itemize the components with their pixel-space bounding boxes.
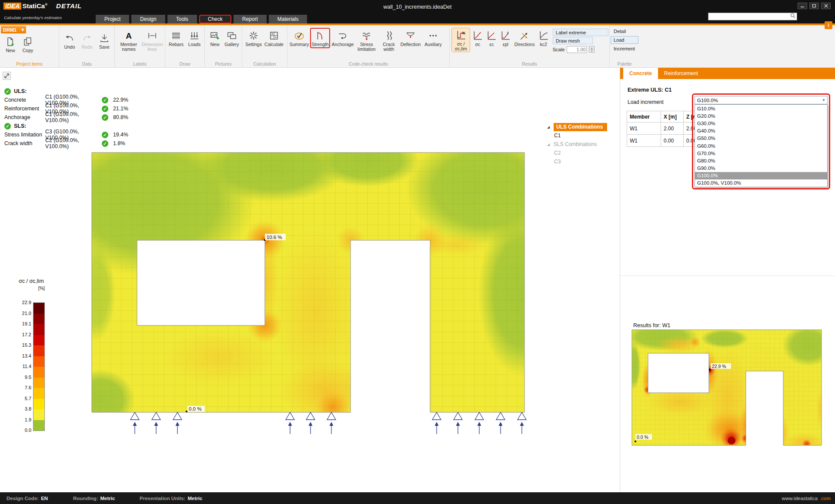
auxiliary-dots-icon xyxy=(428,29,439,42)
chevron-down-icon: ▾ xyxy=(21,27,24,33)
copy-button[interactable]: Copy xyxy=(19,34,37,54)
tree-item-c3[interactable]: C3 xyxy=(547,157,620,166)
extreme-uls-label: Extreme ULS: C1 xyxy=(628,87,671,93)
summary-check-icon xyxy=(294,29,305,42)
settings-button[interactable]: Settings xyxy=(244,28,263,48)
new-picture-button[interactable]: New xyxy=(207,28,223,48)
drm-selector[interactable]: DRM1▾ xyxy=(1,26,26,33)
sigma-ratio-icon: % xyxy=(455,29,467,42)
copy-icon xyxy=(23,35,33,48)
crack-width-button[interactable]: Crack width xyxy=(379,28,399,53)
check-ok-icon xyxy=(102,106,108,112)
units-status: Presentation Units: Metric xyxy=(140,492,202,504)
dropdown-option[interactable]: G50.0% xyxy=(695,135,827,142)
max-value-label: 10.6 % xyxy=(267,235,282,240)
dropdown-option[interactable]: G100.0%, V100.0% xyxy=(695,179,827,187)
website-link[interactable]: www.ideastatica.com xyxy=(782,492,831,504)
tree-item-sls-combinations[interactable]: ◢ SLS Combinations xyxy=(547,140,620,149)
summary-row-crack-width: Crack width C2 (G100.0%, V100.0%) 1.8% xyxy=(4,139,128,148)
app-logo: IDEA StatiCa® DETAIL xyxy=(3,2,82,10)
tab-project[interactable]: Project xyxy=(96,15,129,23)
sigma-ratio-button[interactable]: % σc / σc,lim xyxy=(451,28,470,52)
dropdown-option[interactable]: G40.0% xyxy=(695,127,827,135)
save-button[interactable]: Save xyxy=(96,30,113,51)
search-icon[interactable] xyxy=(790,13,797,20)
svg-text:!: ! xyxy=(508,30,509,35)
new-project-item-button[interactable]: New xyxy=(2,34,19,54)
results-panel: Concrete Reinforcement Extreme ULS: C1 L… xyxy=(620,68,835,492)
palette-detail-button[interactable]: Detail xyxy=(611,27,638,35)
load-increment-combobox[interactable]: G100.0% ▼ xyxy=(695,96,828,104)
palette-increment-button[interactable]: Increment xyxy=(611,45,638,53)
deflection-button[interactable]: Deflection xyxy=(400,28,421,48)
redo-button[interactable]: Redo xyxy=(78,30,96,51)
kc2-button[interactable]: kc2 xyxy=(537,28,550,48)
dropdown-option[interactable]: G10.0% xyxy=(695,105,827,112)
member-names-button[interactable]: A Member names xyxy=(117,28,141,53)
tree-item-c1[interactable]: C1 xyxy=(547,131,620,140)
close-button[interactable] xyxy=(821,3,831,9)
tab-report[interactable]: Report xyxy=(234,15,267,23)
auxiliary-button[interactable]: Auxiliary xyxy=(422,28,444,48)
tree-item-uls-combinations[interactable]: ◢ ULS Combinations xyxy=(547,123,620,131)
label-extreme-toggle[interactable]: Label extreme xyxy=(553,29,608,36)
minimize-button[interactable] xyxy=(798,3,807,9)
tree-item-c2[interactable]: C2 xyxy=(547,149,620,157)
expander-icon[interactable]: ◢ xyxy=(547,143,554,146)
scale-input[interactable] xyxy=(567,46,587,53)
tab-materials[interactable]: Materials xyxy=(269,15,307,23)
chevron-down-icon: ▼ xyxy=(820,98,827,102)
dropdown-option[interactable]: G30.0% xyxy=(695,119,827,127)
legend-unit: [%] xyxy=(32,285,45,291)
undo-icon xyxy=(64,32,75,45)
dropdown-option[interactable]: G60.0% xyxy=(695,142,827,149)
dimension-lines-button[interactable]: Dimension lines xyxy=(141,28,164,53)
deflection-icon xyxy=(405,29,416,42)
ribbon-group-calculation: Settings Calculate Calculation xyxy=(242,25,287,67)
palette-load-button[interactable]: Load xyxy=(611,36,638,44)
undo-button[interactable]: Undo xyxy=(61,30,78,51)
dropdown-option[interactable]: G70.0% xyxy=(695,149,827,157)
stress-contour-plot: 10.6 % 0.0 % xyxy=(89,150,528,438)
summary-button[interactable]: Summary xyxy=(289,28,309,48)
idea-logo: IDEA xyxy=(3,3,21,10)
maximize-button[interactable] xyxy=(809,3,819,9)
tab-check[interactable]: Check xyxy=(199,15,231,23)
eps-pl-button[interactable]: ! εpl xyxy=(499,28,512,48)
collapse-panel-button[interactable] xyxy=(3,72,11,80)
tab-reinforcement[interactable]: Reinforcement xyxy=(658,68,704,79)
new-picture-icon xyxy=(210,29,220,42)
svg-text:A: A xyxy=(126,31,132,40)
panel-divider xyxy=(620,275,835,276)
eps-c-icon xyxy=(486,29,497,42)
sigma-c-button[interactable]: σc xyxy=(471,28,484,48)
eps-c-button[interactable]: εc xyxy=(485,28,498,48)
calculate-button[interactable]: Calculate xyxy=(263,28,285,48)
strength-button[interactable]: Strength xyxy=(310,28,330,48)
svg-text:%: % xyxy=(462,31,465,35)
ribbon-group-pictures: New Gallery Pictures xyxy=(205,25,242,67)
anchorage-button[interactable]: Anchorage xyxy=(331,28,354,48)
search-input[interactable] xyxy=(708,14,790,19)
tab-concrete[interactable]: Concrete xyxy=(623,68,658,79)
legend-color-bar xyxy=(33,302,45,431)
strength-diagram-icon xyxy=(314,29,326,42)
table-row[interactable]: W1 2.00 2.00 xyxy=(627,123,705,135)
tab-design[interactable]: Design xyxy=(131,15,165,23)
info-button[interactable]: i xyxy=(825,21,832,29)
loads-button[interactable]: Loads xyxy=(185,28,204,48)
ribbon-group-code-check-results: Summary Strength Anchorage Stress limita… xyxy=(287,25,450,67)
spinner-down[interactable]: ▼ xyxy=(589,49,595,53)
draw-mesh-toggle[interactable]: Draw mesh xyxy=(553,37,593,44)
dropdown-option[interactable]: G90.0% xyxy=(695,165,827,172)
stress-limitation-button[interactable]: Stress limitation xyxy=(355,28,378,53)
expander-icon[interactable]: ◢ xyxy=(547,125,554,129)
gallery-button[interactable]: Gallery xyxy=(223,28,240,48)
table-row[interactable]: W1 0.00 0.00 xyxy=(627,135,705,147)
directions-button[interactable]: Directions xyxy=(513,28,536,48)
dropdown-option-selected[interactable]: G100.0% xyxy=(695,172,827,179)
tab-tools[interactable]: Tools xyxy=(167,15,197,23)
dropdown-option[interactable]: G20.0% xyxy=(695,112,827,119)
rebars-button[interactable]: Rebars xyxy=(167,28,185,48)
dropdown-option[interactable]: G80.0% xyxy=(695,157,827,164)
